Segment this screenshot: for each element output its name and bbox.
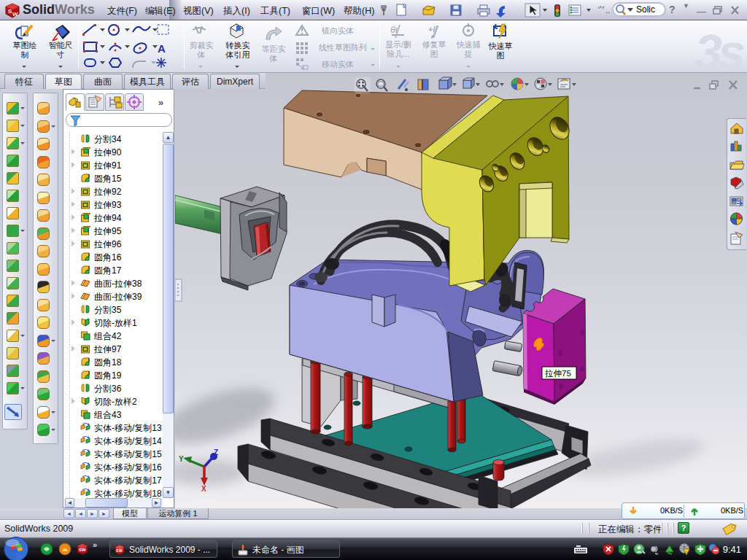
svg-text:拉伸75: 拉伸75	[544, 369, 571, 378]
svg-text:A: A	[158, 42, 166, 55]
svg-text:SW: SW	[116, 548, 123, 553]
svg-text:Y: Y	[179, 455, 184, 463]
svg-text:⺍..: ⺍..	[597, 5, 611, 15]
svg-text:X: X	[201, 485, 206, 493]
svg-text:SW: SW	[79, 548, 86, 552]
svg-text:W: W	[12, 11, 18, 18]
svg-text:Z: Z	[214, 448, 218, 456]
